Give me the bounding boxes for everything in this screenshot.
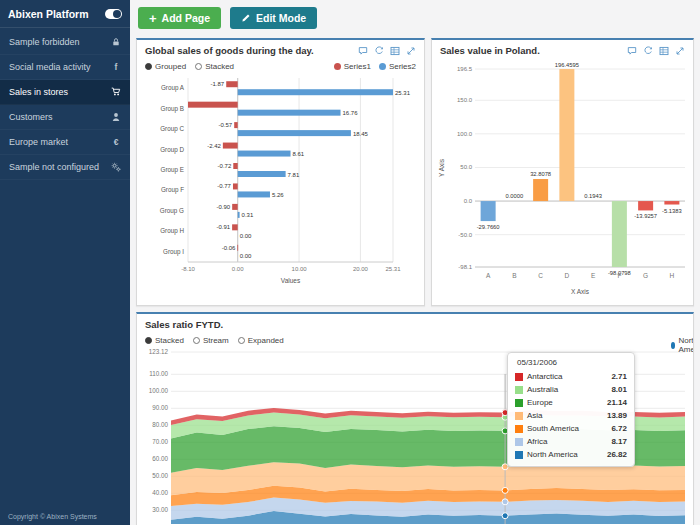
series2-bar[interactable] (238, 212, 240, 218)
svg-text:C: C (538, 272, 543, 279)
series2-bar[interactable] (238, 130, 351, 136)
svg-text:90.00: 90.00 (152, 404, 168, 411)
svg-text:-0.57: -0.57 (219, 122, 233, 128)
radio-icon (145, 63, 152, 70)
series1-bar[interactable] (232, 204, 238, 210)
facebook-icon: f (111, 62, 121, 72)
comment-icon[interactable] (358, 46, 368, 56)
svg-text:5.26: 5.26 (272, 192, 284, 198)
waterfall-bar[interactable] (480, 201, 495, 221)
sidebar-toggle-icon[interactable] (105, 9, 122, 19)
tooltip-row: South America6.72 (515, 422, 627, 435)
refresh-icon[interactable] (643, 46, 653, 56)
svg-text:80.00: 80.00 (152, 421, 168, 428)
series1-bar[interactable] (188, 102, 238, 108)
copyright: Copyright © Abixen Systems (8, 513, 97, 520)
svg-text:-0.91: -0.91 (216, 224, 230, 230)
mode-stacked[interactable]: Stacked (195, 62, 234, 71)
gears-icon (111, 162, 121, 172)
panel-sales-ratio: Sales ratio FYTD. StackedStreamExpandedN… (136, 312, 694, 525)
chart-legend: GroupedStackedSeries1Series2 (137, 59, 424, 74)
waterfall-bar[interactable] (533, 179, 548, 201)
svg-text:Group D: Group D (160, 146, 184, 154)
svg-text:40.00: 40.00 (152, 489, 168, 496)
refresh-icon[interactable] (374, 46, 384, 56)
svg-text:0.31: 0.31 (242, 212, 254, 218)
sidebar-item-sample-forbidden[interactable]: Sample forbidden (0, 30, 130, 55)
mode-stream[interactable]: Stream (193, 336, 229, 345)
svg-text:Group A: Group A (161, 84, 185, 92)
sidebar-item-europe-market[interactable]: Europe market€ (0, 130, 130, 155)
mode-grouped[interactable]: Grouped (145, 62, 186, 71)
series2-bar[interactable] (238, 191, 270, 197)
waterfall-bar[interactable] (611, 201, 626, 267)
svg-text:0.00: 0.00 (240, 233, 252, 239)
euro-icon: € (111, 137, 121, 147)
series1-bar[interactable] (223, 143, 238, 149)
table-icon[interactable] (659, 46, 669, 56)
series1-bar[interactable] (233, 163, 237, 169)
svg-text:-0.90: -0.90 (216, 204, 230, 210)
series1-bar[interactable] (233, 183, 238, 189)
sidebar-item-social-media-activity[interactable]: Social media activityf (0, 55, 130, 80)
series2-bar[interactable] (238, 151, 291, 157)
waterfall-bar[interactable] (664, 201, 679, 204)
tooltip-row: Australia8.01 (515, 383, 627, 396)
svg-text:60.00: 60.00 (152, 455, 168, 462)
comment-icon[interactable] (627, 46, 637, 56)
swatch-icon (515, 386, 523, 394)
pencil-icon (241, 13, 251, 23)
series2-bar[interactable] (238, 110, 341, 116)
sidebar-item-sample-not-configured[interactable]: Sample not configured (0, 155, 130, 180)
sidebar-item-label: Sales in stores (9, 87, 68, 97)
edit-mode-button[interactable]: Edit Mode (230, 7, 317, 29)
svg-text:16.76: 16.76 (343, 110, 359, 116)
sidebar-item-label: Europe market (9, 137, 68, 147)
svg-text:-0.72: -0.72 (218, 163, 232, 169)
sidebar-item-label: Social media activity (9, 62, 91, 72)
series1-bar[interactable] (237, 245, 238, 251)
sidebar-item-label: Sample not configured (9, 162, 99, 172)
svg-text:-5.1383: -5.1383 (662, 208, 682, 214)
expand-icon[interactable] (406, 46, 416, 56)
main-content: + Add Page Edit Mode Global sales of goo… (130, 0, 700, 525)
svg-text:Group B: Group B (161, 105, 184, 113)
series1-bar[interactable] (226, 81, 237, 87)
svg-text:Group E: Group E (161, 166, 184, 174)
tooltip-row: North America26.82 (515, 448, 627, 461)
mode-expanded[interactable]: Expanded (238, 336, 284, 345)
sidebar-nav: Sample forbiddenSocial media activityfSa… (0, 30, 130, 180)
legend-series1[interactable]: Series1 (334, 62, 371, 71)
legend-north-america[interactable]: North America (671, 336, 694, 354)
svg-text:D: D (564, 272, 569, 279)
series2-bar[interactable] (238, 89, 393, 95)
svg-text:-2.42: -2.42 (207, 143, 221, 149)
svg-text:70.00: 70.00 (152, 438, 168, 445)
waterfall-bar[interactable] (638, 201, 653, 210)
svg-text:Y Axis: Y Axis (438, 158, 445, 177)
lock-icon (111, 37, 121, 47)
add-page-button[interactable]: + Add Page (138, 7, 221, 29)
svg-text:196.4595: 196.4595 (554, 62, 578, 68)
svg-text:110.00: 110.00 (149, 370, 168, 377)
series-dot-icon (671, 342, 675, 349)
swatch-icon (515, 373, 523, 381)
radio-icon (193, 337, 200, 344)
legend-series2[interactable]: Series2 (379, 62, 416, 71)
svg-text:F: F (617, 272, 621, 279)
mode-stacked[interactable]: Stacked (145, 336, 184, 345)
series1-bar[interactable] (232, 224, 238, 230)
svg-text:50.0: 50.0 (460, 164, 472, 170)
guideline-dot (502, 513, 508, 519)
sidebar: Abixen Platform Sample forbiddenSocial m… (0, 0, 130, 525)
series1-bar[interactable] (234, 122, 237, 128)
panel-icons (627, 46, 685, 56)
svg-text:-0.77: -0.77 (217, 183, 231, 189)
series2-bar[interactable] (238, 171, 286, 177)
sidebar-item-sales-in-stores[interactable]: Sales in stores (0, 80, 130, 105)
waterfall-bar[interactable] (559, 69, 574, 201)
table-icon[interactable] (390, 46, 400, 56)
svg-text:Group I: Group I (163, 248, 184, 256)
sidebar-item-customers[interactable]: Customers (0, 105, 130, 130)
expand-icon[interactable] (675, 46, 685, 56)
